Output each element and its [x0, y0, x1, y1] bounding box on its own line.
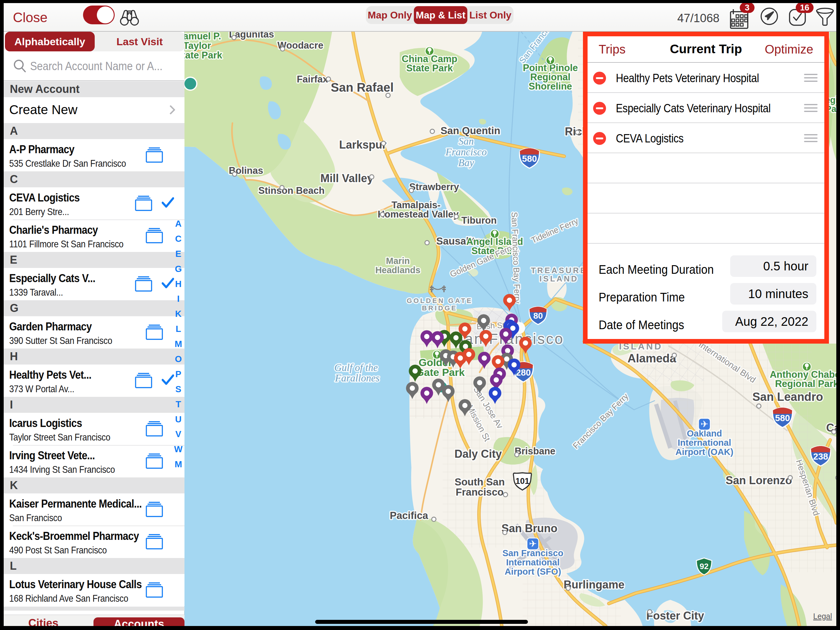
frame-bottom: [0, 626, 840, 630]
account-row[interactable]: Icarus LogisticsTaylor Street San Franci…: [4, 413, 185, 445]
account-name: Healthy Pets Vet...: [9, 369, 91, 381]
account-count: 47/1068: [677, 12, 720, 25]
map-city-label: Brisbane: [515, 446, 556, 456]
tab-last-visit[interactable]: Last Visit: [95, 32, 185, 51]
account-row[interactable]: Healthy Pets Vet...373 W Portal Av...: [4, 364, 185, 397]
account-row[interactable]: Charlie's Pharmacy1101 Fillmore St San F…: [4, 220, 185, 252]
remove-stop-button[interactable]: [593, 102, 606, 115]
map-park-label: Regional Park: [775, 378, 836, 389]
frame-right: [836, 0, 840, 630]
alphabet-index[interactable]: ACEGHIKLMOPSTUVWM: [174, 219, 183, 474]
filter-funnel-icon[interactable]: [815, 7, 835, 27]
index-letter[interactable]: C: [174, 234, 183, 249]
index-letter[interactable]: M: [174, 459, 183, 474]
sort-segmented-control: Alphabetically Last Visit: [5, 32, 185, 51]
account-row[interactable]: Garden Pharmacy390 Sutter St San Francis…: [4, 316, 185, 348]
empty-trip-row: [587, 153, 824, 184]
svg-text:✈: ✈: [529, 539, 537, 549]
map-city-label: Larkspur: [339, 138, 387, 151]
drag-handle-icon[interactable]: [804, 134, 818, 143]
index-letter[interactable]: M: [174, 339, 183, 354]
index-letter[interactable]: O: [174, 354, 183, 369]
index-letter[interactable]: W: [174, 444, 183, 459]
index-letter[interactable]: U: [174, 414, 183, 429]
stop-name: Healthy Pets Veterinary Hospital: [616, 72, 759, 85]
trip-setting-row: Each Meeting Duration 0.5 hour: [587, 255, 824, 283]
home-indicator[interactable]: [315, 620, 528, 624]
optimize-link[interactable]: Optimize: [765, 43, 813, 56]
visit-cards-icon: [145, 502, 163, 517]
map-city-label: San Leandro: [752, 390, 823, 403]
drag-handle-icon[interactable]: [804, 74, 818, 82]
map-park-label: State Park: [406, 63, 453, 73]
index-letter[interactable]: I: [174, 294, 183, 309]
account-row[interactable]: Keck's-Broemmel Pharmacy490 Post St San …: [4, 526, 185, 558]
account-row[interactable]: A-P Pharmacy535 Crestlake Dr San Francis…: [4, 139, 185, 171]
map-airport-label: Airport (OAK): [676, 447, 733, 457]
index-letter[interactable]: L: [174, 324, 183, 339]
tab-list-only[interactable]: List Only: [467, 9, 513, 21]
location-arrow-icon[interactable]: [760, 7, 779, 25]
index-letter[interactable]: P: [174, 369, 183, 384]
remove-stop-button[interactable]: [593, 132, 606, 145]
section-header: H: [4, 348, 185, 364]
section-header: C: [4, 171, 185, 187]
account-address: 1434 Irving St San Francisco: [9, 464, 115, 475]
setting-value[interactable]: 10 minutes: [730, 283, 816, 304]
map-city-label: Burlingame: [564, 578, 624, 591]
account-row[interactable]: Especially Cats V...1339 Taraval...: [4, 268, 185, 300]
map-city-label: Pacifica: [390, 510, 428, 521]
visit-cards-icon: [145, 147, 163, 163]
frame-top: [0, 0, 840, 3]
city-dot: [232, 35, 236, 40]
empty-trip-row: [587, 184, 824, 214]
account-row[interactable]: Lotus Veterinary House Calls168 Richland…: [4, 574, 185, 606]
trip-stop-row[interactable]: Healthy Pets Veterinary Hospital: [587, 63, 824, 93]
city-dot: [575, 130, 579, 135]
city-dot: [326, 77, 330, 81]
state-park-marker: [184, 77, 197, 90]
tab-map-and-list[interactable]: Map & List: [414, 6, 467, 24]
map-toggle-switch[interactable]: [83, 6, 115, 24]
trip-stop-row[interactable]: CEVA Logistics: [587, 123, 824, 153]
create-new-row[interactable]: Create New: [4, 97, 185, 123]
index-letter[interactable]: A: [174, 219, 183, 234]
setting-value[interactable]: 0.5 hour: [730, 255, 816, 277]
index-letter[interactable]: V: [174, 429, 183, 444]
account-name: A-P Pharmacy: [9, 143, 74, 156]
map-city-label: San Lorenzo: [726, 474, 792, 487]
index-letter[interactable]: H: [174, 279, 183, 294]
tab-map-only[interactable]: Map Only: [366, 9, 414, 21]
section-header: E: [4, 252, 185, 268]
close-button[interactable]: Close: [13, 10, 47, 25]
index-letter[interactable]: S: [174, 384, 183, 399]
account-address: San Francisco: [9, 512, 62, 524]
svg-text:101: 101: [515, 476, 529, 486]
index-letter[interactable]: K: [174, 309, 183, 324]
airport-plane-icon: ✈: [527, 538, 539, 550]
map-city-label: Stinson Beach: [258, 185, 324, 196]
index-letter[interactable]: E: [174, 249, 183, 264]
drag-handle-icon[interactable]: [804, 104, 818, 112]
search-field[interactable]: Search Account Name or A...: [4, 51, 185, 81]
visit-cards-icon: [145, 583, 163, 598]
city-dot: [381, 212, 385, 217]
section-header: A: [4, 123, 185, 139]
account-row[interactable]: CEVA Logistics201 Berry Stre...: [4, 187, 185, 220]
binoculars-icon[interactable]: [120, 9, 139, 27]
trip-panel-header: Trips Current Trip Optimize: [587, 36, 824, 63]
index-letter[interactable]: T: [174, 399, 183, 414]
search-placeholder: Search Account Name or A...: [30, 59, 163, 73]
account-name: CEVA Logistics: [9, 192, 80, 204]
stop-name: CEVA Logistics: [616, 132, 684, 145]
remove-stop-button[interactable]: [593, 72, 606, 85]
trip-stop-row[interactable]: Especially Cats Veterinary Hospital: [587, 93, 824, 123]
account-row[interactable]: Kaiser Permanente Medical... San Francis…: [4, 494, 185, 526]
map-city-label: Mill Valley: [321, 172, 373, 185]
visit-cards-icon: [145, 324, 163, 340]
tab-alphabetically[interactable]: Alphabetically: [5, 32, 95, 51]
index-letter[interactable]: G: [174, 264, 183, 279]
account-row[interactable]: Irving Street Vete...1434 Irving St San …: [4, 445, 185, 477]
setting-value[interactable]: Aug 22, 2022: [722, 311, 816, 332]
map-attribution-link[interactable]: Legal: [813, 612, 832, 621]
